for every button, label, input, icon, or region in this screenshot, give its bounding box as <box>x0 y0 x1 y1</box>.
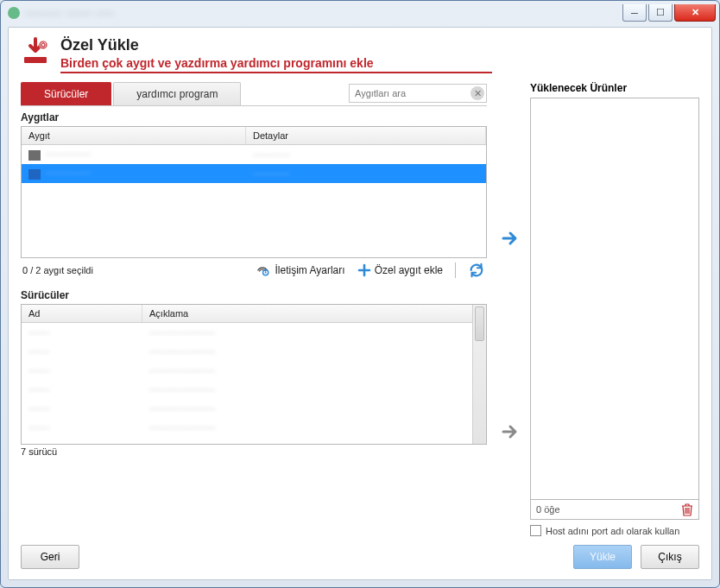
maximize-button[interactable]: ☐ <box>648 4 673 22</box>
device-row[interactable]: ················· ·············· <box>22 145 486 164</box>
window-title: ·········· ······· ····· <box>25 7 115 19</box>
tab-utility[interactable]: yardımcı program <box>113 82 241 105</box>
tab-drivers[interactable]: Sürücüler <box>21 82 111 105</box>
add-device-arrow[interactable] <box>499 227 521 250</box>
comm-settings-label: İletişim Ayarları <box>275 264 344 276</box>
svg-point-4 <box>265 272 267 274</box>
svg-rect-0 <box>24 57 47 63</box>
device-name: ················· <box>46 149 91 159</box>
back-button[interactable]: Geri <box>21 545 79 569</box>
devices-col-device[interactable]: Aygıt <box>22 127 246 144</box>
install-button[interactable]: Yükle <box>573 545 632 569</box>
driver-row[interactable]: ································· <box>22 342 486 361</box>
driver-row[interactable]: ································· <box>22 399 486 418</box>
drivers-col-name[interactable]: Ad <box>22 305 142 322</box>
driver-row[interactable]: ································· <box>22 361 486 380</box>
plus-icon <box>357 263 371 277</box>
use-hostname-label: Host adını port adı olarak kullan <box>546 526 679 536</box>
add-custom-label: Özel aygıt ekle <box>375 264 443 276</box>
drivers-title: Sürücüler <box>21 289 487 301</box>
app-icon <box>8 7 20 19</box>
driver-row[interactable]: ································· <box>22 380 486 399</box>
printer-icon <box>28 150 41 161</box>
add-driver-arrow[interactable] <box>499 420 521 443</box>
clear-search-icon[interactable]: ✕ <box>471 86 484 100</box>
exit-button[interactable]: Çıkış <box>641 545 699 569</box>
drivers-body[interactable]: ································· ······… <box>22 323 486 444</box>
device-details: ·············· <box>246 147 486 162</box>
devices-body[interactable]: ················· ·············· ·······… <box>22 145 486 257</box>
minimize-button[interactable]: ─ <box>622 4 647 22</box>
page-title: Özel Yükle <box>60 36 492 54</box>
search-input[interactable] <box>349 84 487 103</box>
device-name: ················· <box>46 168 91 178</box>
separator <box>455 262 456 278</box>
close-button[interactable]: ✕ <box>674 4 716 22</box>
driver-row[interactable]: ································· <box>22 418 486 437</box>
communication-settings-link[interactable]: İletişim Ayarları <box>256 263 344 277</box>
device-row[interactable]: ················· ·············· <box>22 164 486 183</box>
header-underline <box>60 72 492 73</box>
titlebar: ·········· ······· ····· ─ ☐ ✕ <box>1 1 719 25</box>
printer-icon <box>28 169 41 180</box>
devices-col-details[interactable]: Detaylar <box>246 127 486 144</box>
device-details: ·············· <box>246 166 486 181</box>
devices-title: Aygıtlar <box>21 111 487 123</box>
trash-icon[interactable] <box>681 503 693 516</box>
arrow-right-icon <box>500 421 521 442</box>
signal-gear-icon <box>256 263 271 277</box>
products-title: Yüklenecek Ürünler <box>530 82 699 94</box>
arrow-right-icon <box>500 228 521 249</box>
drivers-grid: Ad Açıklama ····························… <box>21 304 487 445</box>
drivers-scrollbar[interactable] <box>472 305 486 444</box>
app-window: ·········· ······· ····· ─ ☐ ✕ Özel Yükl… <box>0 0 720 588</box>
devices-grid: Aygıt Detaylar ················· ·······… <box>21 126 487 258</box>
products-count: 0 öğe <box>536 504 560 515</box>
products-list[interactable] <box>530 98 699 500</box>
checkbox-icon <box>530 525 541 536</box>
client-area: Özel Yükle Birden çok aygıt ve yazdırma … <box>8 27 712 580</box>
scrollbar-thumb[interactable] <box>475 307 484 341</box>
refresh-button[interactable] <box>468 262 485 279</box>
page-header: Özel Yükle Birden çok aygıt ve yazdırma … <box>21 36 699 73</box>
devices-selected-count: 0 / 2 aygıt seçildi <box>22 265 93 275</box>
drivers-col-desc[interactable]: Açıklama <box>142 305 486 322</box>
use-hostname-checkbox[interactable]: Host adını port adı olarak kullan <box>530 525 699 536</box>
download-icon <box>21 36 50 66</box>
refresh-icon <box>468 262 485 279</box>
driver-count: 7 sürücü <box>21 446 487 457</box>
page-subtitle: Birden çok aygıt ve yazdırma yardımcı pr… <box>60 56 492 70</box>
add-custom-device-link[interactable]: Özel aygıt ekle <box>357 263 443 277</box>
driver-row[interactable]: ································· <box>22 323 486 342</box>
